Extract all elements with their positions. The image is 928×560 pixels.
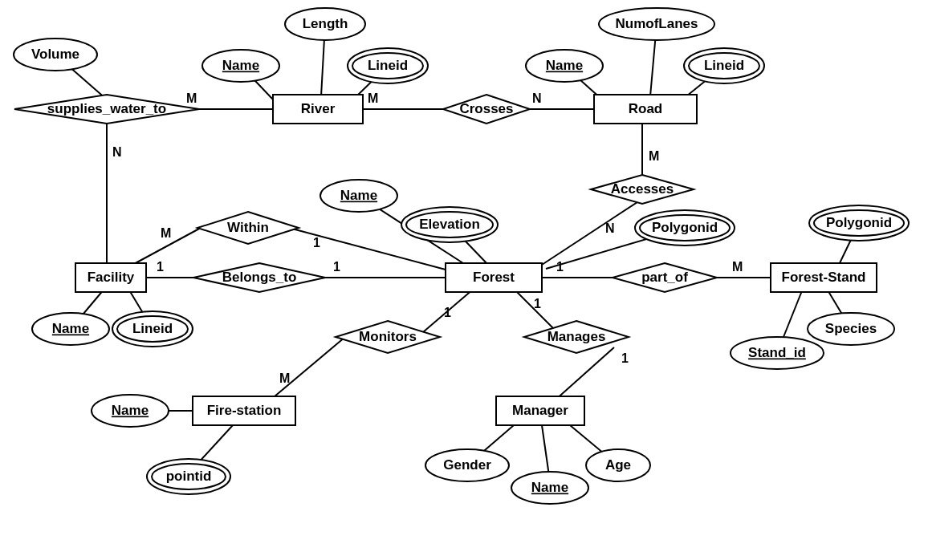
rel-belongs-to: Belongs_to <box>193 263 325 292</box>
attr-firestation-name: Name <box>92 395 169 427</box>
attr-river-name: Name <box>202 50 279 82</box>
entity-forest-stand-label: Forest-Stand <box>782 270 866 285</box>
svg-line-30 <box>554 347 614 401</box>
entity-forest: Forest <box>446 263 542 292</box>
svg-text:pointid: pointid <box>166 469 212 484</box>
card-belongs-forest: 1 <box>333 260 340 274</box>
svg-text:Volume: Volume <box>31 47 79 62</box>
attr-gender: Gender <box>425 449 509 481</box>
svg-text:Name: Name <box>222 58 259 73</box>
svg-text:Length: Length <box>303 16 348 31</box>
rel-monitors: Monitors <box>336 321 440 353</box>
svg-text:Elevation: Elevation <box>419 217 480 232</box>
svg-text:Name: Name <box>531 480 568 495</box>
attr-forest-polygonid: Polygonid <box>635 210 735 246</box>
attr-num-of-lanes: NumofLanes <box>599 8 714 40</box>
svg-text:NumofLanes: NumofLanes <box>616 16 698 31</box>
entity-road: Road <box>594 95 697 124</box>
rel-accesses-label: Accesses <box>611 181 674 197</box>
attr-length: Length <box>285 8 365 40</box>
rel-accesses: Accesses <box>591 175 694 204</box>
card-partof-stand: M <box>732 260 743 274</box>
attr-road-lineid: Lineid <box>684 48 764 83</box>
er-diagram: M N M N M N M 1 1 1 1 M 1 M 1 1 <box>0 0 928 560</box>
rel-crosses: Crosses <box>443 95 530 124</box>
rel-part-of: part_of <box>613 263 717 292</box>
attr-stand-polygonid: Polygonid <box>809 205 909 241</box>
attr-manager-name: Name <box>511 472 588 504</box>
svg-text:Gender: Gender <box>443 457 491 473</box>
rel-supplies-label: supplies_water_to <box>47 101 166 116</box>
entity-road-label: Road <box>629 101 663 116</box>
rel-monitors-label: Monitors <box>359 329 417 344</box>
svg-text:Lineid: Lineid <box>368 58 408 73</box>
svg-text:Lineid: Lineid <box>704 58 744 73</box>
entity-fire-station-label: Fire-station <box>207 403 282 418</box>
svg-text:Lineid: Lineid <box>132 321 173 336</box>
card-supplies-facility: N <box>112 145 122 159</box>
rel-partof-label: part_of <box>641 270 688 285</box>
attr-elevation: Elevation <box>401 207 498 242</box>
svg-text:Polygonid: Polygonid <box>826 215 892 230</box>
svg-line-28 <box>269 337 345 401</box>
card-belongs-facility: 1 <box>157 260 164 274</box>
attr-stand-id: Stand_id <box>731 337 824 369</box>
card-within-facility: M <box>161 226 171 240</box>
card-supplies-river: M <box>186 91 197 105</box>
entity-manager-label: Manager <box>512 403 568 418</box>
rel-supplies-water-to: supplies_water_to <box>14 95 199 124</box>
svg-text:Species: Species <box>825 321 877 336</box>
entity-river: River <box>273 95 363 124</box>
attr-species: Species <box>808 313 894 345</box>
svg-text:Name: Name <box>546 58 583 73</box>
attr-facility-lineid: Lineid <box>112 311 193 347</box>
rel-manages-label: Manages <box>547 329 606 344</box>
card-crosses-road: N <box>532 91 542 105</box>
svg-text:Name: Name <box>340 188 377 203</box>
entity-fire-station: Fire-station <box>193 396 295 425</box>
attr-facility-name: Name <box>32 313 109 345</box>
attr-age: Age <box>586 449 650 481</box>
attr-pointid: pointid <box>147 459 230 494</box>
svg-text:Name: Name <box>52 321 89 336</box>
svg-text:Name: Name <box>112 403 149 418</box>
attr-forest-name: Name <box>320 180 397 212</box>
card-monitors-fire: M <box>279 371 290 385</box>
card-accesses-forest: N <box>605 221 615 235</box>
svg-text:Age: Age <box>605 457 631 473</box>
entity-manager: Manager <box>496 396 584 425</box>
attr-river-lineid: Lineid <box>348 48 428 83</box>
card-accesses-road: M <box>649 149 659 163</box>
rel-within: Within <box>197 212 299 244</box>
card-partof-forest: 1 <box>556 260 564 274</box>
card-within-forest: 1 <box>313 236 320 250</box>
card-manages-forest: 1 <box>534 297 541 310</box>
rel-within-label: Within <box>227 220 269 235</box>
entity-facility: Facility <box>75 263 146 292</box>
entity-facility-label: Facility <box>88 270 135 285</box>
entity-forest-stand: Forest-Stand <box>771 263 877 292</box>
card-crosses-river: M <box>368 91 378 105</box>
svg-text:Stand_id: Stand_id <box>748 345 806 360</box>
attr-volume: Volume <box>14 39 97 71</box>
card-manages-manager: 1 <box>621 351 629 365</box>
entity-forest-label: Forest <box>473 270 515 285</box>
entity-river-label: River <box>301 101 336 116</box>
rel-belongs-label: Belongs_to <box>222 270 297 285</box>
card-monitors-forest: 1 <box>444 306 451 319</box>
rel-crosses-label: Crosses <box>459 101 513 116</box>
svg-text:Polygonid: Polygonid <box>652 220 718 235</box>
attr-road-name: Name <box>526 50 603 82</box>
